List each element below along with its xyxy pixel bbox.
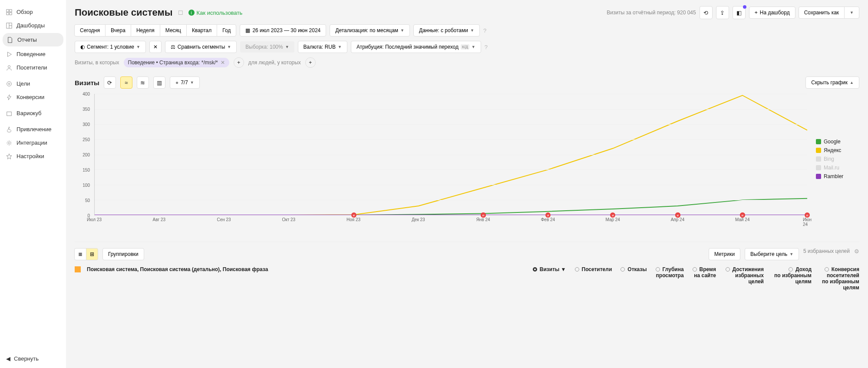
sidebar-collapse[interactable]: ◀Свернуть — [6, 355, 39, 362]
period-summary: Визиты за отчётный период: 920 045 — [607, 10, 696, 16]
svg-point-13 — [8, 142, 10, 144]
sidebar-item-integrations[interactable]: Интеграции — [0, 136, 66, 149]
how-to-label: Как использовать — [197, 10, 243, 16]
chart-type-area[interactable]: ≋ — [137, 76, 149, 89]
star-icon — [6, 153, 12, 159]
notifications-icon[interactable]: ◧ — [733, 6, 746, 19]
goal-select[interactable]: Выберите цель ▼ — [745, 248, 799, 260]
x-tick: Май 24 — [735, 217, 750, 222]
sidebar-item-overview[interactable]: Обзор — [0, 5, 66, 19]
x-tick: Янв 24 — [476, 217, 490, 222]
currency-select[interactable]: Валюта: RUB ▼ — [298, 41, 347, 53]
sidebar-item-goals[interactable]: Цели — [0, 77, 66, 90]
detail-select[interactable]: Детализация: по месяцам ▼ — [330, 24, 410, 36]
hide-chart-button[interactable]: Скрыть график ▲ — [805, 76, 859, 89]
segment-select[interactable]: ◐ Сегмент: 1 условие ▼ — [75, 41, 146, 53]
x-tick: Мар 24 — [605, 217, 620, 222]
dashboard-icon — [6, 23, 12, 29]
chart-type-bar[interactable]: ▥ — [153, 76, 165, 89]
x-tick: Фев 24 — [541, 217, 555, 222]
svg-rect-0 — [7, 9, 9, 11]
period-quarter[interactable]: Квартал — [186, 24, 217, 36]
sidebar-item-label: Поведение — [17, 51, 46, 57]
metric-column[interactable]: Времяна сайте — [693, 266, 716, 291]
legend-item[interactable]: Rambler — [816, 173, 859, 179]
legend-item[interactable]: Google — [816, 139, 859, 145]
compare-segments-button[interactable]: ⚖ Сравнить сегменты ▼ — [165, 41, 237, 53]
legend-item[interactable]: Яндекс — [816, 147, 859, 153]
legend-swatch — [816, 148, 821, 153]
metric-column[interactable]: Доходпо избранным целям — [772, 266, 812, 291]
period-today[interactable]: Сегодня — [74, 24, 106, 36]
history-icon[interactable]: ⟲ — [700, 6, 713, 19]
series-visibility[interactable]: ● 7/7 ▼ — [170, 76, 200, 89]
sidebar-item-label: Цели — [17, 80, 30, 87]
bookmark-icon[interactable]: ☐ — [178, 10, 183, 16]
share-icon[interactable]: ⇪ — [716, 6, 729, 19]
radio-icon — [533, 267, 537, 272]
metric-column[interactable]: Глубинапросмотра — [656, 266, 684, 291]
save-as-button[interactable]: Сохранить как — [799, 7, 845, 19]
user-icon — [6, 65, 12, 71]
period-presets: Сегодня Вчера Неделя Месяц Квартал Год — [75, 24, 236, 36]
attribution-select[interactable]: Атрибуция: Последний значимый переход К/… — [351, 41, 481, 53]
add-visit-filter[interactable]: + — [234, 57, 244, 68]
close-icon[interactable]: ✕ — [221, 60, 225, 66]
sidebar-item-acquisition[interactable]: Привлечение — [0, 123, 66, 136]
period-yesterday[interactable]: Вчера — [105, 24, 131, 36]
gear-icon[interactable]: ⚙ — [854, 248, 859, 255]
select-all-checkbox[interactable] — [75, 266, 81, 272]
svg-rect-1 — [10, 9, 12, 11]
sidebar-item-label: Посетители — [17, 64, 47, 71]
sidebar-item-variokub[interactable]: Вариокуб — [0, 106, 66, 120]
sidebar-item-visitors[interactable]: Посетители — [0, 61, 66, 74]
radio-icon — [726, 267, 730, 272]
x-tick: Июн 24 — [803, 217, 812, 227]
play-icon — [6, 51, 12, 57]
info-icon: i — [188, 10, 195, 16]
date-range-picker[interactable]: ▦ 26 июл 2023 — 30 июн 2024 — [240, 24, 326, 36]
y-tick: 350 — [83, 107, 90, 112]
help-icon[interactable]: ? — [485, 44, 488, 50]
metric-column[interactable]: Посетители — [575, 266, 612, 291]
sidebar-item-reports[interactable]: Отчеты — [3, 33, 63, 46]
save-as-dropdown[interactable]: ▼ — [844, 7, 859, 19]
y-tick: 400 — [83, 92, 90, 96]
add-people-filter[interactable]: + — [305, 57, 316, 68]
metric-column[interactable]: Конверсияпосетителей по избранным целям — [820, 266, 859, 291]
view-list[interactable]: ≣ — [74, 248, 86, 260]
legend-swatch — [816, 174, 821, 179]
data-select[interactable]: Данные: с роботами ▼ — [413, 24, 480, 36]
chart-legend: GoogleЯндексBingMail.ruRambler — [807, 94, 859, 224]
sidebar-item-behavior[interactable]: Поведение — [0, 47, 66, 61]
period-month[interactable]: Месяц — [160, 24, 187, 36]
refresh-button[interactable]: ⟳ — [104, 76, 116, 89]
sidebar-item-dashboards[interactable]: Дашборды — [0, 19, 66, 32]
sidebar-item-conversions[interactable]: Конверсии — [0, 90, 66, 104]
legend-swatch — [816, 139, 821, 144]
metric-column[interactable]: Отказы — [620, 266, 647, 291]
metric-column[interactable]: Визиты ▼ — [533, 266, 566, 291]
close-segment-button[interactable]: ✕ — [149, 41, 162, 53]
y-tick: 250 — [83, 137, 90, 142]
period-year[interactable]: Год — [217, 24, 236, 36]
sidebar-item-label: Конверсии — [17, 94, 44, 100]
x-tick: Окт 23 — [282, 217, 295, 222]
calendar-icon: ▦ — [245, 27, 250, 33]
metrics-button[interactable]: Метрики — [709, 248, 740, 260]
segment-chip[interactable]: Поведение • Страница входа: */msk/*✕ — [124, 58, 229, 67]
legend-item[interactable]: Mail.ru — [816, 165, 859, 171]
sidebar-item-label: Дашборды — [17, 22, 45, 29]
how-to-link[interactable]: iКак использовать — [188, 10, 243, 16]
metric-column[interactable]: Достиженияизбранных целей — [725, 266, 764, 291]
to-dashboard-button[interactable]: + На дашборд — [749, 7, 795, 19]
grouping-button[interactable]: Группировки — [102, 248, 144, 260]
period-week[interactable]: Неделя — [131, 24, 160, 36]
view-tree[interactable]: ⊞ — [86, 248, 98, 260]
chart-type-line[interactable]: ≈ — [120, 76, 132, 89]
sidebar-item-label: Интеграции — [17, 139, 47, 146]
legend-item[interactable]: Bing — [816, 156, 859, 162]
help-icon[interactable]: ? — [483, 27, 486, 34]
chevron-down-icon: ▼ — [789, 252, 793, 256]
sidebar-item-settings[interactable]: Настройки — [0, 149, 66, 163]
